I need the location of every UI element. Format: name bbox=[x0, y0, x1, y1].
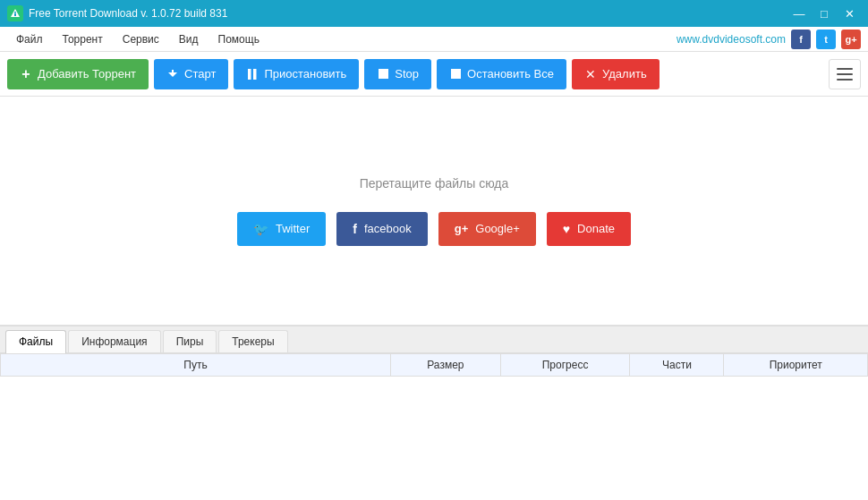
menu-torrent[interactable]: Торрент bbox=[54, 30, 112, 48]
col-progress: Прогресс bbox=[500, 354, 630, 377]
app-icon bbox=[7, 5, 23, 21]
twitter-bird-icon: 🐦 bbox=[253, 222, 268, 236]
col-priority: Приоритет bbox=[724, 354, 868, 377]
pause-icon bbox=[246, 68, 259, 81]
hamburger-line-3 bbox=[837, 79, 853, 81]
social-buttons: 🐦 Twitter f facebook g+ Google+ ♥ Donate bbox=[237, 212, 631, 246]
tab-info[interactable]: Информация bbox=[68, 330, 160, 352]
window-controls: — □ ✕ bbox=[787, 4, 861, 22]
hamburger-line-2 bbox=[837, 73, 853, 75]
delete-icon: ✕ bbox=[584, 68, 597, 81]
add-torrent-label: Добавить Торрент bbox=[38, 67, 136, 81]
facebook-icon[interactable]: f bbox=[791, 30, 811, 49]
googleplus-icon[interactable]: g+ bbox=[841, 30, 861, 49]
stop-all-label: Остановить Все bbox=[467, 67, 554, 81]
facebook-label: facebook bbox=[364, 222, 412, 235]
start-label: Старт bbox=[184, 67, 216, 81]
website-link[interactable]: www.dvdvideosoft.com bbox=[677, 33, 786, 46]
googleplus-button[interactable]: g+ Google+ bbox=[438, 212, 536, 246]
tab-peers[interactable]: Пиры bbox=[163, 330, 217, 352]
close-button[interactable]: ✕ bbox=[838, 4, 861, 22]
delete-button[interactable]: ✕ Удалить bbox=[572, 59, 660, 89]
delete-label: Удалить bbox=[602, 67, 647, 81]
tab-trackers[interactable]: Трекеры bbox=[218, 330, 287, 352]
download-icon bbox=[166, 68, 179, 81]
col-path: Путь bbox=[1, 354, 391, 377]
googleplus-icon: g+ bbox=[455, 222, 469, 235]
svg-rect-4 bbox=[172, 70, 174, 74]
stop-label: Stop bbox=[395, 67, 419, 81]
bottom-panel: Файлы Информация Пиры Трекеры Путь Разме… bbox=[0, 326, 868, 500]
maximize-button[interactable]: □ bbox=[813, 4, 836, 22]
start-button[interactable]: Старт bbox=[154, 59, 228, 89]
hamburger-line-1 bbox=[837, 68, 853, 70]
add-torrent-button[interactable]: + Добавить Торрент bbox=[7, 59, 149, 89]
menu-bar: Файл Торрент Сервис Вид Помощь www.dvdvi… bbox=[0, 27, 868, 52]
tab-files[interactable]: Файлы bbox=[5, 330, 66, 353]
stop-icon bbox=[377, 68, 389, 81]
facebook-button[interactable]: f facebook bbox=[336, 212, 427, 246]
twitter-icon[interactable]: t bbox=[816, 30, 836, 49]
stop-all-icon bbox=[449, 68, 462, 81]
twitter-label: Twitter bbox=[276, 222, 310, 235]
svg-rect-1 bbox=[14, 13, 16, 16]
main-drop-area: Перетащите файлы сюда 🐦 Twitter f facebo… bbox=[0, 97, 868, 326]
toolbar: + Добавить Торрент Старт Приостановить S… bbox=[0, 52, 868, 97]
col-parts: Части bbox=[630, 354, 724, 377]
stop-button[interactable]: Stop bbox=[364, 59, 431, 89]
svg-rect-6 bbox=[253, 69, 257, 80]
minimize-button[interactable]: — bbox=[787, 4, 811, 22]
tabs: Файлы Информация Пиры Трекеры bbox=[0, 326, 868, 353]
svg-rect-2 bbox=[14, 12, 16, 13]
donate-button[interactable]: ♥ Donate bbox=[547, 212, 631, 246]
svg-rect-8 bbox=[451, 69, 461, 79]
plus-icon: + bbox=[20, 68, 32, 81]
stop-all-button[interactable]: Остановить Все bbox=[437, 59, 566, 89]
menu-items: Файл Торрент Сервис Вид Помощь bbox=[7, 30, 677, 48]
app-title: Free Torrent Download v. 1.0.72 build 83… bbox=[29, 7, 787, 20]
menu-view[interactable]: Вид bbox=[170, 30, 208, 48]
svg-rect-5 bbox=[248, 69, 251, 80]
heart-icon: ♥ bbox=[563, 222, 570, 236]
googleplus-label: Google+ bbox=[475, 222, 520, 235]
twitter-button[interactable]: 🐦 Twitter bbox=[237, 212, 326, 246]
menu-right: www.dvdvideosoft.com f t g+ bbox=[677, 30, 861, 49]
files-table: Путь Размер Прогресс Части Приоритет bbox=[0, 353, 868, 377]
pause-label: Приостановить bbox=[264, 67, 346, 81]
pause-button[interactable]: Приостановить bbox=[234, 59, 359, 89]
table-container: Путь Размер Прогресс Части Приоритет bbox=[0, 353, 868, 500]
menu-help[interactable]: Помощь bbox=[209, 30, 268, 48]
col-size: Размер bbox=[391, 354, 501, 377]
facebook-f-icon: f bbox=[353, 222, 357, 236]
svg-rect-7 bbox=[379, 69, 388, 79]
title-bar: Free Torrent Download v. 1.0.72 build 83… bbox=[0, 0, 868, 27]
drop-text: Перетащите файлы сюда bbox=[360, 176, 509, 191]
menu-file[interactable]: Файл bbox=[7, 30, 52, 48]
hamburger-button[interactable] bbox=[829, 59, 861, 89]
donate-label: Donate bbox=[577, 222, 615, 235]
menu-service[interactable]: Сервис bbox=[114, 30, 168, 48]
